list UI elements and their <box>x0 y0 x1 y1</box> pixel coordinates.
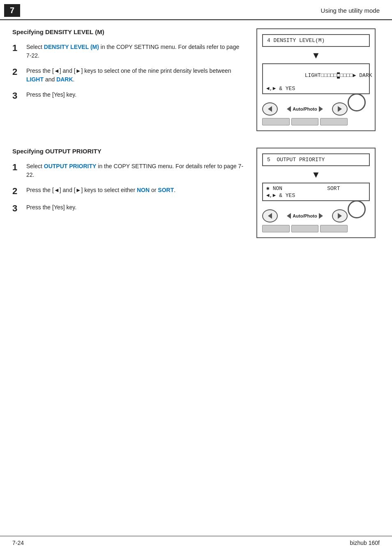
chapter-number: 7 <box>4 4 20 17</box>
step-out-num-3: 3 <box>12 203 21 214</box>
step-text-1: Select DENSITY LEVEL (M) in the COPY SET… <box>26 43 244 60</box>
output-btn-sm-2[interactable] <box>291 225 319 232</box>
output-left-controls: Auto/Photo <box>262 204 348 232</box>
step-out-text-2: Press the [◄] and [►] keys to select eit… <box>26 186 175 195</box>
footer-product: bizhub 160f <box>350 540 380 546</box>
density-buttons-row: Auto/Photo <box>262 101 348 117</box>
step-text-2: Press the [◄] and [►] keys to select one… <box>26 67 244 84</box>
right-arrow-icon <box>338 106 342 112</box>
step-num-3: 3 <box>12 90 21 101</box>
density-screen1: 4 DENSITY LEVEL(M) <box>262 34 370 47</box>
output-screen2-line2: ◄,► & YES <box>266 192 366 199</box>
density-btn-row2 <box>262 118 348 125</box>
density-key-label: Auto/Photo <box>281 106 329 112</box>
step-density-3: 3 Press the [Yes] key. <box>12 90 244 101</box>
out-right-arrow-icon <box>338 213 342 219</box>
output-btn-sm-3[interactable] <box>320 225 348 232</box>
out-left-tri-icon <box>287 213 291 219</box>
out-left-arrow-icon <box>268 213 272 219</box>
density-left-oval[interactable] <box>262 102 278 116</box>
output-btn-row2 <box>262 225 348 232</box>
section-output-steps: 1 Select OUTPUT PRIORITY in the COPY SET… <box>12 162 244 214</box>
step-num-1: 1 <box>12 43 21 53</box>
density-btn-sm-3[interactable] <box>320 118 348 125</box>
section-density-heading: Specifying DENSITY LEVEL (M) <box>12 28 244 35</box>
density-screen2-line2: ◄,► & YES <box>266 86 366 92</box>
left-tri-icon <box>287 106 291 112</box>
step-output-1: 1 Select OUTPUT PRIORITY in the COPY SET… <box>12 162 244 179</box>
output-device-box: 5 OUTPUT PRIORITY ▼ ✱ NON SORT ◄,► & YES <box>256 148 376 238</box>
density-dial[interactable] <box>348 93 366 111</box>
right-tri-icon <box>319 106 323 112</box>
section-output-device: 5 OUTPUT PRIORITY ▼ ✱ NON SORT ◄,► & YES <box>256 148 380 238</box>
output-buttons-row: Auto/Photo <box>262 208 348 224</box>
step-out-num-1: 1 <box>12 162 21 173</box>
output-device-bottom: Auto/Photo <box>262 204 370 232</box>
step-output-2: 2 Press the [◄] and [►] keys to select e… <box>12 186 244 197</box>
step-output-3: 3 Press the [Yes] key. <box>12 203 244 214</box>
step-text-3: Press the [Yes] key. <box>26 90 76 99</box>
density-device-box: 4 DENSITY LEVEL(M) ▼ LIGHT□□□□□■□□□□▶ DA… <box>256 28 376 131</box>
step-out-num-2: 2 <box>12 186 21 197</box>
density-btn-sm-2[interactable] <box>291 118 319 125</box>
output-key-label: Auto/Photo <box>281 213 329 219</box>
output-btn-sm-1[interactable] <box>262 225 290 232</box>
output-left-oval[interactable] <box>262 209 278 222</box>
section-density-level: Specifying DENSITY LEVEL (M) 1 Select DE… <box>12 28 380 131</box>
page-header: 7 Using the utility mode <box>0 0 392 20</box>
auto-photo-label: Auto/Photo <box>293 107 317 111</box>
left-arrow-icon <box>268 106 272 112</box>
density-device-bottom: Auto/Photo <box>262 97 370 125</box>
highlight-density-level: DENSITY LEVEL (M) <box>44 44 99 50</box>
section-output-heading: Specifying OUTPUT PRIORITY <box>12 148 244 155</box>
section-output-left: Specifying OUTPUT PRIORITY 1 Select OUTP… <box>12 148 244 238</box>
output-screen2-line1: ✱ NON SORT <box>266 185 366 192</box>
section-output-priority: Specifying OUTPUT PRIORITY 1 Select OUTP… <box>12 148 380 238</box>
section-density-left: Specifying DENSITY LEVEL (M) 1 Select DE… <box>12 28 244 131</box>
density-btn-sm-1[interactable] <box>262 118 290 125</box>
output-right-oval[interactable] <box>332 209 348 222</box>
highlight-output-priority: OUTPUT PRIORITY <box>44 163 97 169</box>
output-dial[interactable] <box>348 200 366 218</box>
footer-page: 7-24 <box>12 540 24 546</box>
output-screen2: ✱ NON SORT ◄,► & YES <box>262 183 370 201</box>
density-right-oval[interactable] <box>332 102 348 116</box>
highlight-non: NON <box>137 187 150 193</box>
step-density-1: 1 Select DENSITY LEVEL (M) in the COPY S… <box>12 43 244 60</box>
step-density-2: 2 Press the [◄] and [►] keys to select o… <box>12 67 244 84</box>
out-right-tri-icon <box>319 213 323 219</box>
page-footer: 7-24 bizhub 160f <box>0 536 392 546</box>
out-auto-photo-label: Auto/Photo <box>293 213 317 218</box>
header-title: Using the utility mode <box>321 7 380 14</box>
highlight-sort: SORT <box>158 187 174 193</box>
density-arrow-down: ▼ <box>262 50 370 61</box>
section-density-steps: 1 Select DENSITY LEVEL (M) in the COPY S… <box>12 43 244 101</box>
density-screen2-line1: LIGHT□□□□□■□□□□▶ DARK <box>266 66 366 85</box>
step-out-text-3: Press the [Yes] key. <box>26 203 76 212</box>
density-left-controls: Auto/Photo <box>262 97 348 125</box>
highlight-light: LIGHT <box>26 76 44 83</box>
output-arrow-down: ▼ <box>262 169 370 180</box>
step-num-2: 2 <box>12 67 21 77</box>
main-content: Specifying DENSITY LEVEL (M) 1 Select DE… <box>0 20 392 287</box>
section-density-device: 4 DENSITY LEVEL(M) ▼ LIGHT□□□□□■□□□□▶ DA… <box>256 28 380 131</box>
step-out-text-1: Select OUTPUT PRIORITY in the COPY SETTI… <box>26 162 244 179</box>
density-screen2: LIGHT□□□□□■□□□□▶ DARK ◄,► & YES <box>262 63 370 94</box>
output-screen1: 5 OUTPUT PRIORITY <box>262 153 370 166</box>
highlight-dark: DARK <box>56 76 73 83</box>
